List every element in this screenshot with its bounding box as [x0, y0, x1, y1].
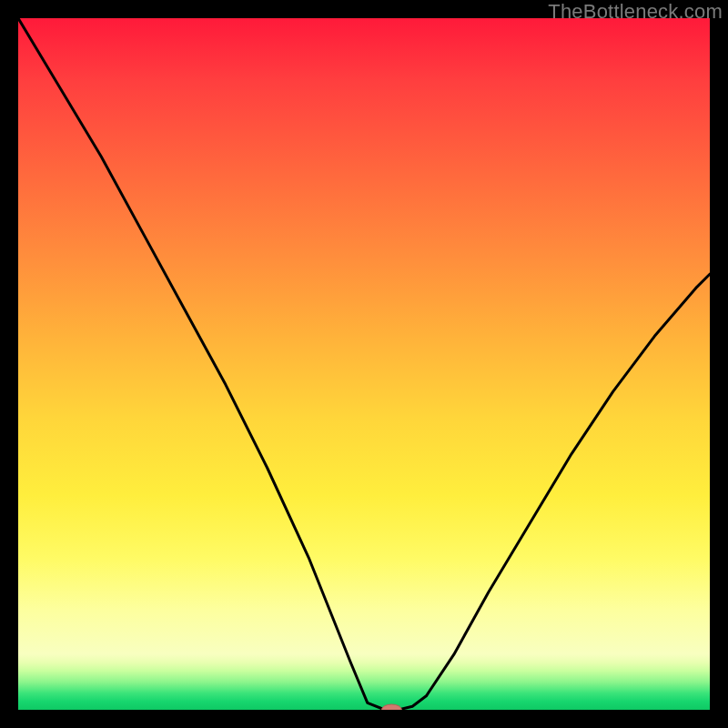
chart-frame: TheBottleneck.com: [0, 0, 728, 728]
watermark-text: TheBottleneck.com: [548, 0, 723, 24]
curve-layer: [18, 18, 710, 710]
optimum-marker: [381, 704, 401, 710]
plot-area: [18, 18, 710, 710]
bottleneck-curve: [18, 18, 710, 710]
